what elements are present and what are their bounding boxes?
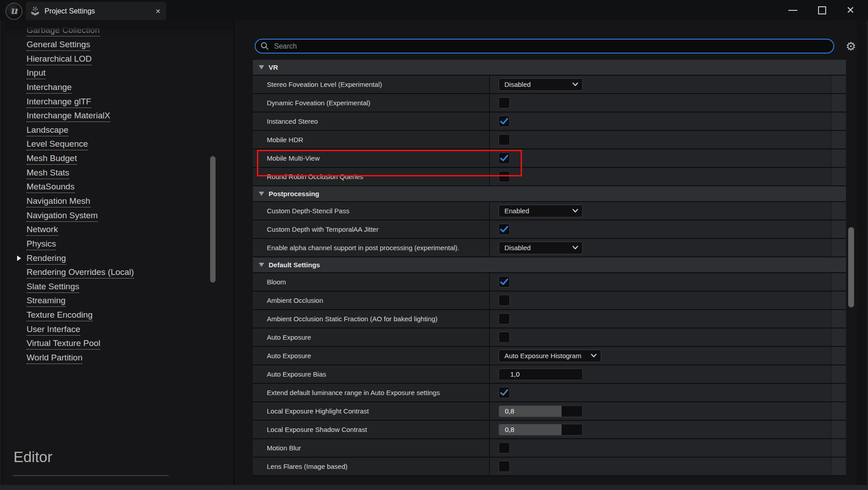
slider-input-local-exposure-highlight-contrast[interactable]: 0,8 — [499, 405, 583, 417]
dropdown-stereo-foveation-level-experimental[interactable]: Disabled — [499, 78, 583, 91]
sidebar-item-user-interface[interactable]: User Interface — [5, 323, 234, 337]
sidebar-item-label[interactable]: Level Sequence — [27, 139, 88, 150]
setting-value-cell: 1,0 — [490, 365, 831, 383]
sidebar-item-label[interactable]: Navigation Mesh — [27, 196, 90, 207]
main-scrollbar[interactable] — [848, 227, 854, 307]
sidebar-item-slate-settings[interactable]: Slate Settings — [5, 280, 234, 295]
slider-fill: 0,8 — [499, 424, 562, 435]
sidebar-item-hierarchical-lod[interactable]: Hierarchical LOD — [5, 52, 234, 67]
sidebar-item-physics[interactable]: Physics — [5, 238, 234, 252]
sidebar-item-rendering[interactable]: Rendering — [5, 252, 234, 266]
sidebar-item-label[interactable]: User Interface — [27, 324, 80, 336]
unreal-engine-logo-icon[interactable]: u — [5, 3, 22, 20]
sidebar-item-label[interactable]: Garbage Collection — [27, 25, 100, 36]
sidebar-item-general-settings[interactable]: General Settings — [5, 38, 234, 53]
sidebar-item-label[interactable]: Texture Encoding — [27, 310, 93, 321]
settings-row-lens-flares-image-based: Lens Flares (Image based) — [253, 458, 846, 476]
sidebar-item-metasounds[interactable]: MetaSounds — [5, 180, 234, 195]
sidebar-item-label[interactable]: Network — [27, 225, 58, 236]
setting-label: Custom Depth-Stencil Pass — [267, 207, 349, 215]
checkbox-ambient-occlusion[interactable] — [499, 295, 510, 306]
sidebar-item-garbage-collection[interactable]: Garbage Collection — [5, 24, 234, 38]
checkbox-bloom[interactable] — [499, 276, 510, 288]
sidebar-item-label[interactable]: Interchange — [27, 82, 72, 94]
checkbox-instanced-stereo[interactable] — [499, 116, 510, 127]
settings-row-mobile-multi-view: Mobile Multi-View — [253, 149, 846, 168]
tab-close-icon[interactable]: ✕ — [155, 8, 161, 15]
dropdown-value: Enabled — [504, 207, 572, 215]
sidebar-item-label[interactable]: Mesh Stats — [27, 168, 69, 179]
sidebar-item-landscape[interactable]: Landscape — [5, 123, 234, 138]
sidebar-item-label[interactable]: Input — [27, 68, 45, 79]
settings-row-custom-depth-stencil-pass: Custom Depth-Stencil PassEnabled — [253, 202, 846, 220]
sidebar-item-interchange-materialx[interactable]: Interchange MaterialX — [5, 109, 234, 124]
sidebar-item-level-sequence[interactable]: Level Sequence — [5, 138, 234, 152]
sidebar-item-label[interactable]: Slate Settings — [27, 282, 79, 293]
checkbox-motion-blur[interactable] — [499, 442, 510, 454]
sidebar-item-label[interactable]: Rendering — [27, 253, 66, 265]
sidebar-item-texture-encoding[interactable]: Texture Encoding — [5, 309, 234, 323]
checkbox-auto-exposure[interactable] — [499, 332, 510, 343]
checkbox-round-robin-occlusion-queries[interactable] — [499, 171, 510, 182]
sidebar-item-interchange-gltf[interactable]: Interchange glTF — [5, 95, 234, 109]
sidebar-item-label[interactable]: World Partition — [27, 353, 82, 364]
sidebar-item-label[interactable]: Interchange MaterialX — [27, 111, 110, 122]
number-input-auto-exposure-bias[interactable]: 1,0 — [499, 369, 583, 380]
setting-value-cell: Disabled — [490, 239, 831, 256]
search-bar — [255, 39, 834, 54]
setting-label: Stereo Foveation Level (Experimental) — [267, 81, 382, 88]
sidebar-item-rendering-overrides-local[interactable]: Rendering Overrides (Local) — [5, 266, 234, 280]
settings-table: VRStereo Foveation Level (Experimental)D… — [253, 60, 846, 476]
slider-input-local-exposure-shadow-contrast[interactable]: 0,8 — [499, 424, 583, 436]
sidebar-item-interchange[interactable]: Interchange — [5, 81, 234, 95]
sidebar-item-label[interactable]: MetaSounds — [27, 182, 75, 193]
checkbox-dynamic-foveation-experimental[interactable] — [499, 97, 510, 108]
sidebar-item-navigation-system[interactable]: Navigation System — [5, 209, 234, 223]
checkbox-custom-depth-with-temporalaa-jitter[interactable] — [499, 224, 510, 235]
sidebar-item-network[interactable]: Network — [5, 223, 234, 238]
sidebar-item-label[interactable]: Mesh Budget — [27, 153, 77, 165]
setting-value-cell — [490, 310, 831, 328]
project-settings-tab[interactable]: Project Settings ✕ — [26, 2, 166, 20]
dropdown-auto-exposure[interactable]: Auto Exposure Histogram — [499, 350, 601, 362]
dropdown-custom-depth-stencil-pass[interactable]: Enabled — [499, 205, 583, 217]
sidebar-item-label[interactable]: Streaming — [27, 296, 66, 307]
editor-section-heading: Editor — [13, 449, 52, 466]
sidebar-scrollbar[interactable] — [210, 156, 216, 283]
reset-to-default-cell — [831, 149, 846, 167]
sidebar-item-mesh-budget[interactable]: Mesh Budget — [5, 152, 234, 166]
sidebar-item-virtual-texture-pool[interactable]: Virtual Texture Pool — [5, 337, 234, 351]
sidebar-item-label[interactable]: Landscape — [27, 125, 68, 136]
sidebar-item-navigation-mesh[interactable]: Navigation Mesh — [5, 195, 234, 209]
window-maximize-button[interactable] — [812, 0, 832, 20]
sidebar-item-world-partition[interactable]: World Partition — [5, 351, 234, 366]
collapse-arrow-icon — [259, 263, 264, 267]
check-icon — [500, 226, 508, 233]
setting-value-cell — [490, 168, 831, 185]
sidebar-item-label[interactable]: Interchange glTF — [27, 97, 91, 108]
sidebar-item-label[interactable]: Navigation System — [27, 211, 98, 222]
checkbox-extend-default-luminance-range-in-auto-exposure-settings[interactable] — [499, 387, 510, 398]
dropdown-enable-alpha-channel-support-in-post-processing-experimental[interactable]: Disabled — [499, 242, 583, 254]
section-header-postprocessing[interactable]: Postprocessing — [253, 186, 846, 202]
window-minimize-button[interactable] — [783, 0, 803, 20]
checkbox-mobile-hdr[interactable] — [499, 134, 510, 145]
sidebar-item-mesh-stats[interactable]: Mesh Stats — [5, 166, 234, 180]
sidebar-item-input[interactable]: Input — [5, 67, 234, 81]
setting-value-cell — [490, 112, 831, 130]
checkbox-lens-flares-image-based[interactable] — [499, 461, 510, 472]
sidebar-item-label[interactable]: General Settings — [27, 40, 90, 51]
sidebar-item-label[interactable]: Physics — [27, 239, 56, 250]
checkbox-ambient-occlusion-static-fraction-ao-for-baked-lighting[interactable] — [499, 313, 510, 324]
search-input[interactable] — [273, 42, 833, 51]
checkbox-mobile-multi-view[interactable] — [499, 153, 510, 164]
setting-label-cell: Auto Exposure — [253, 347, 490, 364]
sidebar-item-label[interactable]: Rendering Overrides (Local) — [27, 267, 134, 279]
collapse-arrow-icon — [259, 65, 264, 69]
section-header-vr[interactable]: VR — [253, 60, 846, 76]
sidebar-item-label[interactable]: Hierarchical LOD — [27, 54, 92, 65]
section-header-default-settings[interactable]: Default Settings — [253, 257, 846, 273]
sidebar-item-label[interactable]: Virtual Texture Pool — [27, 338, 100, 350]
window-close-button[interactable]: ✕ — [841, 0, 860, 20]
sidebar-item-streaming[interactable]: Streaming — [5, 294, 234, 309]
